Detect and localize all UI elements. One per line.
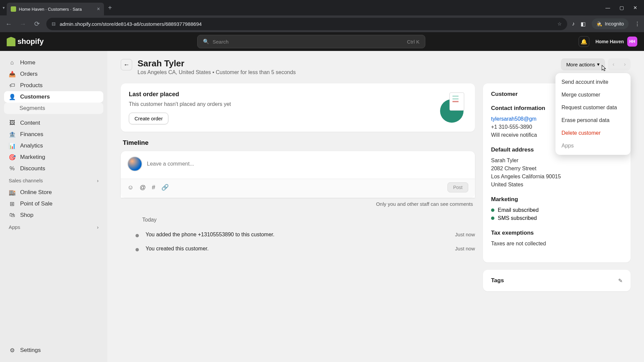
status-dot-icon <box>491 208 494 212</box>
tab-close-icon[interactable]: × <box>97 6 100 12</box>
sidebar-sub-segments[interactable]: Segments <box>4 103 103 114</box>
section-label: Sales channels <box>9 178 43 183</box>
comment-box: ☺ @ # 🔗 Post <box>121 151 475 198</box>
sidebar-item-settings[interactable]: ⚙Settings <box>4 345 103 356</box>
sidebar-section-apps[interactable]: Apps › <box>4 221 103 233</box>
pager-prev[interactable]: ‹ <box>608 58 619 70</box>
last-order-text: This customer hasn't placed any orders y… <box>129 101 231 107</box>
chevron-right-icon: › <box>97 224 99 230</box>
sidebar-section-sales[interactable]: Sales channels › <box>4 174 103 187</box>
close-window-icon[interactable]: ✕ <box>633 5 637 10</box>
sidebar-item-pos[interactable]: ⊞Point of Sale <box>4 198 103 209</box>
shopify-logo[interactable]: shopify <box>7 37 44 46</box>
sidebar-item-marketing[interactable]: 🎯Marketing <box>4 152 103 163</box>
sidebar-item-discounts[interactable]: %Discounts <box>4 163 103 174</box>
app-header: shopify 🔍 Search Ctrl K 🔔 Home Haven HH <box>0 32 644 51</box>
chevron-down-icon: ▾ <box>597 61 600 67</box>
maximize-icon[interactable]: ▢ <box>620 5 624 10</box>
sidebar-item-customers[interactable]: 👤Customers <box>4 91 103 103</box>
menu-merge-customer[interactable]: Merge customer <box>555 88 631 101</box>
create-order-button[interactable]: Create order <box>129 113 168 124</box>
last-order-title: Last order placed <box>129 91 231 98</box>
sidebar-item-label: Shop <box>20 212 34 219</box>
comment-visibility-note: Only you and other staff can see comment… <box>121 198 475 214</box>
page-title: Sarah Tyler <box>138 58 296 69</box>
menu-apps[interactable]: Apps <box>555 139 631 152</box>
page-subtitle: Los Angeles CA, United States • Customer… <box>138 69 296 75</box>
emoji-icon[interactable]: ☺ <box>127 184 133 191</box>
status-dot-icon <box>491 217 494 220</box>
sidebar-item-finances[interactable]: 🏦Finances <box>4 129 103 140</box>
incognito-badge[interactable]: 🕵 Incognito <box>592 18 629 29</box>
user-avatar <box>127 157 142 171</box>
sidebar-item-home[interactable]: ⌂Home <box>4 57 103 68</box>
more-actions-button[interactable]: More actions ▾ <box>561 58 605 70</box>
browser-toolbar: ← → ⟳ ⊟ admin.shopify.com/store/de8143-a… <box>0 15 644 32</box>
forward-icon: → <box>18 20 28 28</box>
search-placeholder: Search <box>213 39 229 45</box>
address-name: Sarah Tyler <box>491 157 623 165</box>
url-bar[interactable]: ⊟ admin.shopify.com/store/de8143-a6/cust… <box>46 18 567 30</box>
more-actions-menu: Send account invite Merge customer Reque… <box>555 73 631 155</box>
notifications-button[interactable]: 🔔 <box>579 36 589 47</box>
edit-tags-icon[interactable]: ✎ <box>618 278 623 284</box>
tab-title: Home Haven · Customers · Sara <box>19 7 82 12</box>
sidebar-item-shop[interactable]: 🛍Shop <box>4 209 103 221</box>
sidebar-item-label: Discounts <box>20 165 45 172</box>
browser-tab-bar: ▾ Home Haven · Customers · Sara × + — ▢ … <box>0 0 644 15</box>
back-icon[interactable]: ← <box>4 20 13 28</box>
tab-list-dropdown[interactable]: ▾ <box>3 5 5 10</box>
sidebar-item-label: Home <box>20 59 35 66</box>
tax-title: Tax exemptions <box>491 230 623 236</box>
pager: ‹ › <box>608 58 631 70</box>
global-search[interactable]: 🔍 Search Ctrl K <box>197 35 425 48</box>
mention-icon[interactable]: @ <box>140 184 146 191</box>
hashtag-icon[interactable]: # <box>152 184 155 191</box>
pager-next[interactable]: › <box>619 58 631 70</box>
comment-input[interactable] <box>147 161 468 167</box>
status-label: SMS subscribed <box>498 215 537 221</box>
chevron-right-icon: › <box>97 178 99 183</box>
sidebar-sub-label: Segments <box>19 105 45 111</box>
timeline-time: Just now <box>455 232 475 237</box>
sidebar-item-orders[interactable]: 📥Orders <box>4 68 103 80</box>
store-switcher[interactable]: Home Haven HH <box>595 37 637 47</box>
window-controls: — ▢ ✕ <box>605 5 641 10</box>
sidebar-item-content[interactable]: 🖼Content <box>4 117 103 129</box>
home-icon: ⌂ <box>9 59 15 66</box>
email-subscribed-row: Email subscribed <box>491 206 623 214</box>
sidebar-item-label: Products <box>20 82 43 89</box>
order-illustration <box>437 93 467 123</box>
timeline-text: You added the phone +13105553890 to this… <box>146 232 448 238</box>
new-tab-button[interactable]: + <box>104 4 116 12</box>
side-panel-icon[interactable]: ◧ <box>581 21 586 27</box>
sidebar-item-label: Settings <box>20 347 41 354</box>
tags-title: Tags <box>491 277 504 284</box>
browser-menu-icon[interactable]: ⋮ <box>635 21 640 27</box>
link-icon[interactable]: 🔗 <box>161 184 169 191</box>
site-settings-icon[interactable]: ⊟ <box>52 21 56 26</box>
menu-erase-data[interactable]: Erase personal data <box>555 114 631 127</box>
bookmark-icon[interactable]: ☆ <box>557 21 562 26</box>
minimize-icon[interactable]: — <box>605 5 610 10</box>
timeline-dot-icon <box>136 234 139 237</box>
pos-icon: ⊞ <box>9 200 15 207</box>
timeline-dot-icon <box>136 248 139 251</box>
menu-request-data[interactable]: Request customer data <box>555 101 631 114</box>
sidebar-item-label: Analytics <box>20 142 43 149</box>
sidebar-item-products[interactable]: 🏷Products <box>4 80 103 91</box>
timeline-text: You created this customer. <box>146 246 448 252</box>
reload-icon[interactable]: ⟳ <box>32 20 42 28</box>
sidebar-item-label: Orders <box>20 71 38 77</box>
finances-icon: 🏦 <box>9 131 15 138</box>
browser-tab[interactable]: Home Haven · Customers · Sara × <box>7 3 104 15</box>
marketing-icon: 🎯 <box>9 154 15 161</box>
sidebar-item-online-store[interactable]: 🏬Online Store <box>4 187 103 198</box>
sidebar-item-analytics[interactable]: 📊Analytics <box>4 140 103 152</box>
menu-send-invite[interactable]: Send account invite <box>555 76 631 88</box>
extensions-icon[interactable]: ♪ <box>572 21 575 27</box>
sidebar-item-label: Online Store <box>20 189 52 196</box>
menu-delete-customer[interactable]: Delete customer <box>555 127 631 139</box>
back-button[interactable]: ← <box>121 59 132 70</box>
post-button[interactable]: Post <box>447 182 468 192</box>
